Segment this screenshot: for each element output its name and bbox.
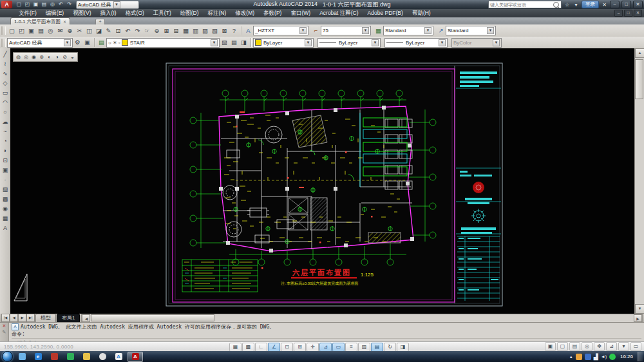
draw-tool-icon[interactable]: ◇ <box>1 79 10 88</box>
search-box[interactable] <box>488 1 562 8</box>
standard-toolbar-icon[interactable]: ▢ <box>7 26 17 35</box>
tab-first-icon[interactable]: |◀ <box>1 314 10 322</box>
layout1-tab[interactable]: 布局1 <box>57 314 80 323</box>
floating-tool-icon[interactable]: ◑ <box>53 53 61 61</box>
qat-icon[interactable]: ◎ <box>48 1 57 8</box>
scroll-down-icon[interactable]: ▼ <box>635 304 644 314</box>
taskbar-app-autocad[interactable]: A <box>128 352 143 362</box>
workspace-settings-icon[interactable]: ⚙ <box>73 38 82 47</box>
restore-button[interactable]: □ <box>621 1 631 8</box>
taskbar-app-7[interactable]: A <box>111 352 126 361</box>
floating-tool-icon[interactable]: ◐ <box>46 53 53 61</box>
menu-item[interactable]: 编辑(E) <box>41 9 68 17</box>
vertical-scroll-thumb[interactable] <box>635 59 643 99</box>
standard-toolbar-icon[interactable]: ◪ <box>94 26 104 35</box>
layer-tool-icon[interactable]: ◨ <box>239 38 249 47</box>
status-toggle-icon[interactable]: ↻ <box>384 343 396 352</box>
standard-toolbar-icon[interactable]: ▤ <box>36 26 46 35</box>
close-button[interactable]: ✕ <box>633 1 643 8</box>
qat-icon[interactable]: ▢ <box>15 1 23 8</box>
standard-toolbar-icon[interactable]: ◎ <box>46 26 55 35</box>
clock[interactable]: 16:26 <box>620 354 633 359</box>
menu-item[interactable]: 绘图(D) <box>176 9 204 17</box>
floating-tool-icon[interactable]: ◉ <box>30 53 37 61</box>
standard-toolbar-icon[interactable]: ⊖ <box>152 26 162 35</box>
horizontal-scrollbar[interactable]: ◀ ▶ <box>81 314 643 323</box>
status-tool-icon[interactable]: ▾ <box>618 342 629 351</box>
file-tab-close-icon[interactable]: ✕ <box>63 19 66 24</box>
standard-toolbar-icon[interactable]: ▣ <box>26 26 36 35</box>
wechat-icon[interactable] <box>609 354 616 360</box>
draw-tool-icon[interactable]: ▭ <box>1 88 10 98</box>
draw-tool-icon[interactable]: ◔ <box>1 137 10 146</box>
command-close-icon[interactable]: ✕ <box>3 323 6 329</box>
status-toggle-icon[interactable]: ▭ <box>332 343 345 352</box>
exchange-apps-icon[interactable]: ✕ <box>601 2 608 8</box>
menu-item[interactable]: 插入(I) <box>96 9 121 17</box>
tab-prev-icon[interactable]: ◀ <box>10 314 18 322</box>
lineweight-combo[interactable]: ByLayer ▼ <box>384 38 448 48</box>
draw-tool-icon[interactable]: ○ <box>1 108 10 117</box>
taskbar-app-1[interactable] <box>15 352 29 361</box>
autocad-logo-icon[interactable]: A <box>1 1 12 8</box>
status-tool-icon[interactable]: ▢ <box>557 342 568 351</box>
taskbar-app-explorer[interactable] <box>79 352 93 361</box>
draw-tool-icon[interactable]: ~ <box>1 127 10 137</box>
status-tool-icon[interactable]: ▣ <box>545 342 556 351</box>
layer-tool-icon[interactable]: ▧ <box>220 38 229 47</box>
status-toggle-icon[interactable]: ✛ <box>307 343 319 352</box>
show-desktop-button[interactable] <box>638 352 643 361</box>
status-tool-icon[interactable]: ✥ <box>594 342 605 351</box>
draw-tool-icon[interactable]: ▩ <box>1 195 10 204</box>
star-icon[interactable]: ☆ <box>564 2 571 8</box>
qat-icon[interactable]: ◰ <box>23 1 32 8</box>
status-toggle-icon[interactable]: ▦ <box>229 343 242 352</box>
menu-item[interactable]: 文件(F) <box>14 9 41 17</box>
qat-icon[interactable]: ↷ <box>65 1 73 8</box>
layer-combo[interactable]: ○ ☀ ▫ STAIR ▼ <box>106 38 220 48</box>
command-line-window[interactable]: ✕ ✎ A Autodesk DWG。 此文件上次由 Autodesk 应用程序… <box>0 322 644 342</box>
standard-toolbar-icon[interactable]: ✂ <box>75 26 84 35</box>
dim-style-combo[interactable]: 75 ▼ <box>321 26 371 35</box>
menu-item[interactable]: 标注(N) <box>204 9 231 17</box>
doc-close-button[interactable]: ✕ <box>634 10 642 17</box>
network-icon[interactable]: ▟ <box>594 354 598 360</box>
draw-tool-icon[interactable]: ◉ <box>1 204 10 214</box>
menu-item[interactable]: 视图(V) <box>68 9 95 17</box>
floating-tool-icon[interactable]: ◍ <box>15 53 22 61</box>
search-input[interactable] <box>489 3 553 7</box>
tab-next-icon[interactable]: ▶ <box>18 314 26 322</box>
qat-icon[interactable]: ▤ <box>40 1 48 8</box>
standard-toolbar-icon[interactable]: ☞ <box>142 26 152 35</box>
menu-item[interactable]: Adobe PDF(B) <box>363 9 408 17</box>
vertical-scrollbar[interactable]: ▲ ▼ <box>634 48 644 314</box>
standard-toolbar-icon[interactable]: ↷ <box>133 26 142 35</box>
doc-minimize-button[interactable]: – <box>614 10 623 17</box>
status-toggle-icon[interactable]: ∠ <box>268 343 280 352</box>
mleader-style-combo[interactable]: Standard ▼ <box>446 26 496 35</box>
start-button[interactable] <box>2 351 13 362</box>
status-toggle-icon[interactable]: ▤ <box>371 343 383 352</box>
qat-icon[interactable]: ▣ <box>32 1 40 8</box>
scroll-up-icon[interactable]: ▲ <box>635 48 644 58</box>
standard-toolbar-icon[interactable]: ⊞ <box>162 26 171 35</box>
floating-tool-icon[interactable]: ◒ <box>69 53 76 61</box>
floating-tool-icon[interactable]: ◎ <box>23 53 30 61</box>
standard-toolbar-icon[interactable]: ? <box>229 26 239 35</box>
qat-icon[interactable]: ↶ <box>57 1 65 8</box>
status-tool-icon[interactable]: ▤ <box>569 342 580 351</box>
status-tool-icon[interactable]: ▭ <box>630 342 641 351</box>
draw-tool-icon[interactable]: ◗ <box>1 146 10 156</box>
search-icon[interactable] <box>553 2 559 8</box>
menu-item[interactable]: Acrobat 注释(C) <box>315 9 363 17</box>
volume-icon[interactable]: ◄) <box>601 354 607 359</box>
menu-item[interactable]: 窗口(W) <box>286 9 315 17</box>
status-toggle-icon[interactable]: ⊡ <box>281 343 293 352</box>
menu-item[interactable]: 工具(T) <box>149 9 176 17</box>
taskbar-app-browser[interactable] <box>95 352 109 361</box>
standard-toolbar-icon[interactable]: ✉ <box>55 26 65 35</box>
tray-icon-1[interactable] <box>576 354 582 360</box>
draw-tool-icon[interactable]: ▣ <box>1 166 10 175</box>
status-toggle-icon[interactable]: ▩ <box>242 343 254 352</box>
draw-tool-icon[interactable]: ▨ <box>1 185 10 195</box>
